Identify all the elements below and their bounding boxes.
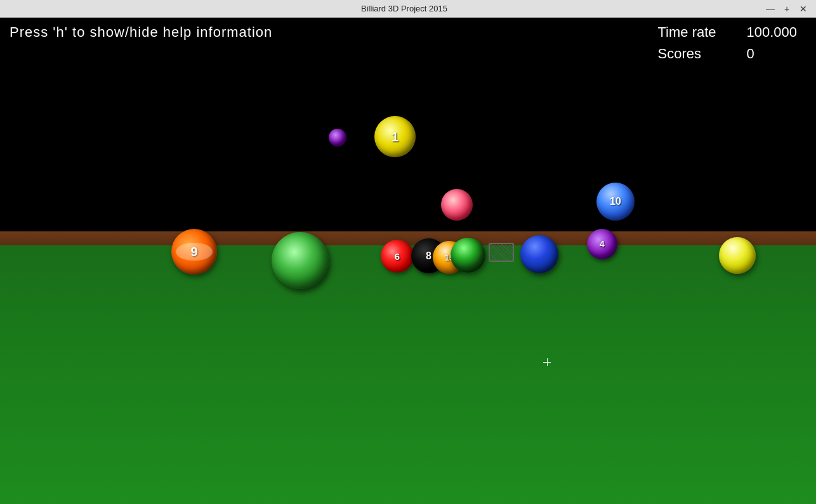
window-controls[interactable]: — + ✕ xyxy=(764,3,810,15)
ball-purple-4: 4 xyxy=(587,229,617,259)
scores-row: Scores 0 xyxy=(657,46,797,62)
time-rate-label: Time rate xyxy=(657,24,734,41)
ball-1: 1 xyxy=(374,116,416,157)
close-button[interactable]: ✕ xyxy=(797,3,810,15)
ball-blue-solid xyxy=(520,235,558,273)
ball-cue-large xyxy=(272,232,329,289)
maximize-button[interactable]: + xyxy=(780,3,793,15)
scores-value: 0 xyxy=(746,46,754,62)
time-rate-row: Time rate 100.000 xyxy=(657,24,797,41)
time-rate-value: 100.000 xyxy=(746,24,797,41)
ball-red-6: 6 xyxy=(381,240,414,273)
ball-purple-small xyxy=(329,129,346,146)
ball-pink xyxy=(441,189,473,221)
scores-label: Scores xyxy=(657,46,734,62)
title-bar: Billiard 3D Project 2015 — + ✕ xyxy=(0,0,816,18)
hud-help-text: Press 'h' to show/hide help information xyxy=(10,24,272,41)
table-surface xyxy=(0,231,816,504)
minimize-button[interactable]: — xyxy=(764,3,777,15)
game-area: Press 'h' to show/hide help information … xyxy=(0,18,816,504)
ball-orange-9: 9 xyxy=(171,229,217,275)
ball-yellow-white xyxy=(719,237,756,274)
pocket-right xyxy=(489,243,514,262)
window-title: Billiard 3D Project 2015 xyxy=(44,4,764,13)
hud-stats: Time rate 100.000 Scores 0 xyxy=(657,24,797,67)
ball-blue-10: 10 xyxy=(596,183,635,221)
ball-green-solid xyxy=(451,238,485,273)
